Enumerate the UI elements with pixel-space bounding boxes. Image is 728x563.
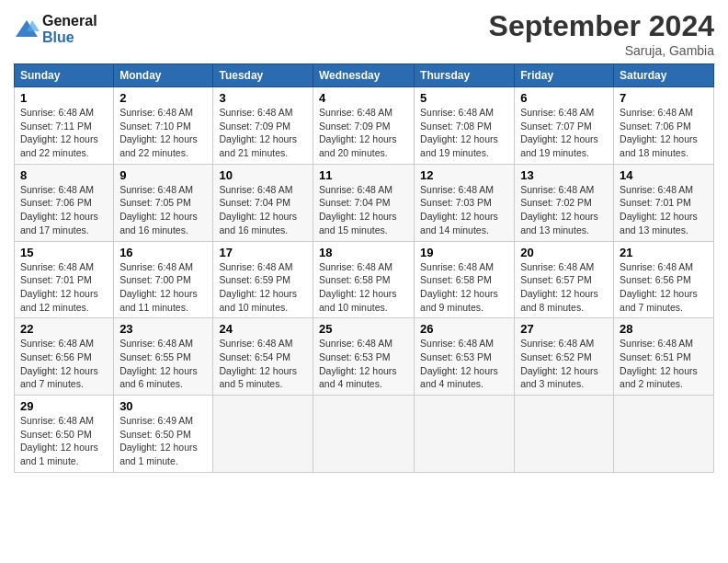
col-friday: Friday — [515, 64, 614, 87]
calendar-cell: 11Sunrise: 6:48 AMSunset: 7:04 PMDayligh… — [313, 164, 414, 241]
calendar-cell: 29Sunrise: 6:48 AMSunset: 6:50 PMDayligh… — [15, 396, 114, 473]
calendar-cell: 2Sunrise: 6:48 AMSunset: 7:10 PMDaylight… — [114, 87, 213, 165]
calendar-cell: 13Sunrise: 6:48 AMSunset: 7:02 PMDayligh… — [515, 164, 614, 241]
month-title: September 2024 — [489, 9, 714, 43]
calendar-table: Sunday Monday Tuesday Wednesday Thursday… — [14, 63, 714, 473]
calendar-cell: 25Sunrise: 6:48 AMSunset: 6:53 PMDayligh… — [313, 318, 414, 396]
title-block: September 2024 Saruja, Gambia — [489, 9, 714, 58]
logo-text: General Blue — [42, 13, 97, 45]
calendar-cell: 10Sunrise: 6:48 AMSunset: 7:04 PMDayligh… — [213, 164, 313, 241]
calendar-cell — [213, 396, 313, 473]
calendar-header-row: Sunday Monday Tuesday Wednesday Thursday… — [15, 64, 714, 87]
week-row-1: 1Sunrise: 6:48 AMSunset: 7:11 PMDaylight… — [15, 87, 714, 165]
calendar-cell: 6Sunrise: 6:48 AMSunset: 7:07 PMDaylight… — [515, 87, 614, 165]
calendar-cell: 4Sunrise: 6:48 AMSunset: 7:09 PMDaylight… — [313, 87, 414, 165]
col-saturday: Saturday — [614, 64, 714, 87]
calendar-cell: 15Sunrise: 6:48 AMSunset: 7:01 PMDayligh… — [15, 241, 114, 318]
calendar-cell: 17Sunrise: 6:48 AMSunset: 6:59 PMDayligh… — [213, 241, 313, 318]
calendar-cell: 23Sunrise: 6:48 AMSunset: 6:55 PMDayligh… — [114, 318, 213, 396]
calendar-cell: 5Sunrise: 6:48 AMSunset: 7:08 PMDaylight… — [415, 87, 515, 165]
col-sunday: Sunday — [15, 64, 114, 87]
calendar-cell: 20Sunrise: 6:48 AMSunset: 6:57 PMDayligh… — [515, 241, 614, 318]
calendar-cell: 27Sunrise: 6:48 AMSunset: 6:52 PMDayligh… — [515, 318, 614, 396]
calendar-cell: 19Sunrise: 6:48 AMSunset: 6:58 PMDayligh… — [415, 241, 515, 318]
calendar-cell — [415, 396, 515, 473]
calendar-cell: 22Sunrise: 6:48 AMSunset: 6:56 PMDayligh… — [15, 318, 114, 396]
header: General Blue September 2024 Saruja, Gamb… — [14, 9, 714, 58]
week-row-3: 15Sunrise: 6:48 AMSunset: 7:01 PMDayligh… — [15, 241, 714, 318]
calendar-cell: 14Sunrise: 6:48 AMSunset: 7:01 PMDayligh… — [614, 164, 714, 241]
calendar-cell: 24Sunrise: 6:48 AMSunset: 6:54 PMDayligh… — [213, 318, 313, 396]
calendar-cell: 1Sunrise: 6:48 AMSunset: 7:11 PMDaylight… — [15, 87, 114, 165]
col-thursday: Thursday — [415, 64, 515, 87]
week-row-5: 29Sunrise: 6:48 AMSunset: 6:50 PMDayligh… — [15, 396, 714, 473]
calendar-cell: 3Sunrise: 6:48 AMSunset: 7:09 PMDaylight… — [213, 87, 313, 165]
calendar-cell: 9Sunrise: 6:48 AMSunset: 7:05 PMDaylight… — [114, 164, 213, 241]
calendar-cell: 30Sunrise: 6:49 AMSunset: 6:50 PMDayligh… — [114, 396, 213, 473]
calendar-cell: 8Sunrise: 6:48 AMSunset: 7:06 PMDaylight… — [15, 164, 114, 241]
calendar-cell: 26Sunrise: 6:48 AMSunset: 6:53 PMDayligh… — [415, 318, 515, 396]
location: Saruja, Gambia — [489, 43, 714, 58]
col-tuesday: Tuesday — [213, 64, 313, 87]
col-monday: Monday — [114, 64, 213, 87]
calendar-cell: 28Sunrise: 6:48 AMSunset: 6:51 PMDayligh… — [614, 318, 714, 396]
week-row-2: 8Sunrise: 6:48 AMSunset: 7:06 PMDaylight… — [15, 164, 714, 241]
calendar-cell: 7Sunrise: 6:48 AMSunset: 7:06 PMDaylight… — [614, 87, 714, 165]
calendar-cell: 16Sunrise: 6:48 AMSunset: 7:00 PMDayligh… — [114, 241, 213, 318]
calendar-cell — [313, 396, 414, 473]
calendar-cell — [614, 396, 714, 473]
calendar-cell: 12Sunrise: 6:48 AMSunset: 7:03 PMDayligh… — [415, 164, 515, 241]
logo-icon — [14, 17, 40, 42]
calendar-container: General Blue September 2024 Saruja, Gamb… — [0, 0, 728, 482]
calendar-cell — [515, 396, 614, 473]
calendar-cell: 18Sunrise: 6:48 AMSunset: 6:58 PMDayligh… — [313, 241, 414, 318]
week-row-4: 22Sunrise: 6:48 AMSunset: 6:56 PMDayligh… — [15, 318, 714, 396]
col-wednesday: Wednesday — [313, 64, 414, 87]
logo: General Blue — [14, 13, 97, 45]
calendar-cell: 21Sunrise: 6:48 AMSunset: 6:56 PMDayligh… — [614, 241, 714, 318]
